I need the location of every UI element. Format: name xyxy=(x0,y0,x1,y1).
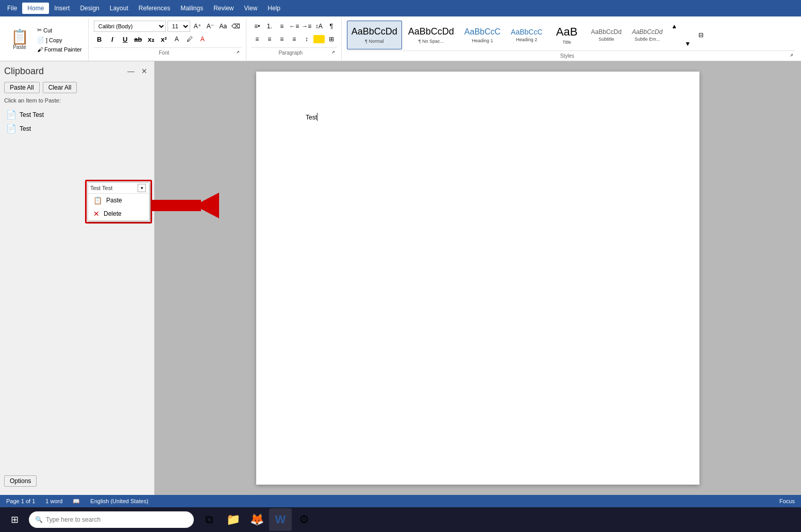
paste-all-button[interactable]: Paste All xyxy=(4,82,40,93)
change-case-button[interactable]: Aa xyxy=(218,21,229,32)
paragraph-group-footer: Paragraph ↗ xyxy=(252,47,337,56)
para-row-1: ≡• 1. ≡ ←≡ →≡ ↕A ¶ xyxy=(252,21,337,32)
context-menu-header: Test Test ▾ xyxy=(88,183,149,194)
menu-references[interactable]: References xyxy=(134,3,175,14)
font-color-button[interactable]: A xyxy=(197,33,208,45)
style-heading1[interactable]: AaBbCcC Heading 1 xyxy=(460,21,505,49)
sidebar-minimize-button[interactable]: — xyxy=(125,65,137,77)
paste-button[interactable]: 📋 Paste xyxy=(6,21,33,59)
format-painter-button[interactable]: 🖌 Format Painter xyxy=(35,45,84,54)
clipboard-item-test[interactable]: 📄 Test xyxy=(4,122,150,135)
superscript-button[interactable]: x² xyxy=(158,33,170,45)
subscript-button[interactable]: x₂ xyxy=(145,33,157,45)
styles-scroll-down[interactable]: ▼ xyxy=(682,38,693,49)
document-page[interactable]: Test xyxy=(256,72,699,485)
style-no-spacing[interactable]: AaBbCcDd ¶ No Spac... xyxy=(404,21,458,49)
font-name-select[interactable]: Calibri (Body) xyxy=(94,21,166,32)
menu-layout[interactable]: Layout xyxy=(105,3,134,14)
clear-all-button[interactable]: Clear All xyxy=(43,82,77,93)
clear-formatting-button[interactable]: ⌫ xyxy=(230,21,242,32)
context-menu-wrapper: Test Test ▾ 📋 Paste ✕ Delete xyxy=(85,180,152,224)
menu-bar: File Home Insert Design Layout Reference… xyxy=(0,0,801,16)
styles-group: AaBbCcDd ¶ Normal AaBbCcDd ¶ No Spac... … xyxy=(343,19,799,61)
paragraph-group: ≡• 1. ≡ ←≡ →≡ ↕A ¶ ≡ ≡ ≡ ≡ ↕ ⊞ Paragraph… xyxy=(247,19,342,61)
text-highlight-button[interactable]: 🖊 xyxy=(184,33,195,45)
bold-button[interactable]: B xyxy=(94,33,105,45)
font-size-select[interactable]: 11 xyxy=(168,21,190,32)
taskbar-word[interactable]: W xyxy=(269,508,292,531)
align-right-button[interactable]: ≡ xyxy=(276,33,288,45)
context-menu-dropdown-button[interactable]: ▾ xyxy=(138,184,146,192)
style-subtle-em[interactable]: AaBbCcDd Subtle Em... xyxy=(628,21,666,49)
menu-insert[interactable]: Insert xyxy=(49,3,75,14)
taskbar-firefox[interactable]: 🦊 xyxy=(245,508,268,531)
menu-mailings[interactable]: Mailings xyxy=(175,3,208,14)
bullets-button[interactable]: ≡• xyxy=(252,21,263,32)
proofing-icon: 📖 xyxy=(73,498,80,505)
font-row-1: Calibri (Body) 11 A⁺ A⁻ Aa ⌫ xyxy=(94,21,242,32)
increase-indent-button[interactable]: →≡ xyxy=(301,21,312,32)
taskbar-search-box[interactable]: 🔍 xyxy=(29,511,194,528)
styles-more[interactable]: ⊟ xyxy=(695,29,707,41)
style-heading2[interactable]: AaBbCcC Heading 2 xyxy=(507,21,546,49)
style-normal[interactable]: AaBbCcDd ¶ Normal xyxy=(347,21,402,49)
justify-button[interactable]: ≡ xyxy=(289,33,300,45)
increase-font-button[interactable]: A⁺ xyxy=(192,21,203,32)
decrease-font-button[interactable]: A⁻ xyxy=(205,21,216,32)
style-no-spacing-preview: AaBbCcDd xyxy=(408,26,454,38)
align-left-button[interactable]: ≡ xyxy=(252,33,263,45)
sort-button[interactable]: ↕A xyxy=(313,21,325,32)
paste-icon: 📋 xyxy=(11,30,29,44)
main-area: Clipboard — ✕ Paste All Clear All Click … xyxy=(0,61,801,495)
options-button[interactable]: Options xyxy=(4,475,37,487)
focus-label[interactable]: Focus xyxy=(779,498,795,504)
taskbar-taskview[interactable]: ⧉ xyxy=(198,508,221,531)
document-area[interactable]: Test xyxy=(155,61,801,495)
italic-button[interactable]: I xyxy=(107,33,118,45)
menu-file[interactable]: File xyxy=(2,3,22,14)
multilevel-button[interactable]: ≡ xyxy=(276,21,288,32)
font-expand-button[interactable]: ↗ xyxy=(235,48,242,56)
context-menu-delete[interactable]: ✕ Delete xyxy=(88,207,149,220)
styles-expand-button[interactable]: ↗ xyxy=(788,52,795,59)
sidebar-close-button[interactable]: ✕ xyxy=(139,65,150,77)
sidebar-instruction: Click an Item to Paste: xyxy=(4,97,150,104)
text-effects-button[interactable]: A xyxy=(171,33,182,45)
cut-icon: ✂ xyxy=(37,27,42,33)
word-count: 1 word xyxy=(45,498,62,504)
paste-label: Paste xyxy=(13,44,26,50)
paragraph-expand-button[interactable]: ↗ xyxy=(330,48,337,56)
align-center-button[interactable]: ≡ xyxy=(264,33,275,45)
style-no-spacing-label: ¶ No Spac... xyxy=(419,39,444,44)
arrow-annotation xyxy=(152,193,219,218)
show-paragraph-button[interactable]: ¶ xyxy=(326,21,337,32)
style-normal-preview: AaBbCcDd xyxy=(352,26,397,38)
shading-button[interactable] xyxy=(313,35,325,43)
strikethrough-button[interactable]: ab xyxy=(132,33,144,45)
borders-button[interactable]: ⊞ xyxy=(326,33,337,45)
search-input[interactable] xyxy=(46,516,188,523)
style-title[interactable]: AaB Title xyxy=(549,21,585,49)
taskbar-settings[interactable]: ⚙ xyxy=(293,508,315,531)
taskbar-explorer[interactable]: 📁 xyxy=(222,508,244,531)
styles-scroll-up[interactable]: ▲ xyxy=(669,21,680,32)
line-spacing-button[interactable]: ↕ xyxy=(301,33,312,45)
style-heading1-label: Heading 1 xyxy=(472,38,493,43)
menu-help[interactable]: Help xyxy=(262,3,286,14)
numbering-button[interactable]: 1. xyxy=(264,21,275,32)
style-subtitle[interactable]: AaBbCcDd Subtitle xyxy=(587,21,626,49)
copy-button[interactable]: 📄 ] Copy xyxy=(35,36,84,44)
decrease-indent-button[interactable]: ←≡ xyxy=(289,21,300,32)
styles-group-label: Styles xyxy=(347,53,788,59)
style-subtitle-label: Subtitle xyxy=(598,37,614,42)
underline-button[interactable]: U xyxy=(120,33,131,45)
style-title-label: Title xyxy=(562,40,571,45)
cut-button[interactable]: ✂ Cut xyxy=(35,26,84,35)
menu-home[interactable]: Home xyxy=(22,3,49,14)
start-button[interactable]: ⊞ xyxy=(4,509,25,530)
menu-design[interactable]: Design xyxy=(75,3,104,14)
menu-review[interactable]: Review xyxy=(208,3,239,14)
context-menu-paste[interactable]: 📋 Paste xyxy=(88,194,149,207)
menu-view[interactable]: View xyxy=(239,3,263,14)
clipboard-item-testtest[interactable]: 📄 Test Test xyxy=(4,108,150,122)
